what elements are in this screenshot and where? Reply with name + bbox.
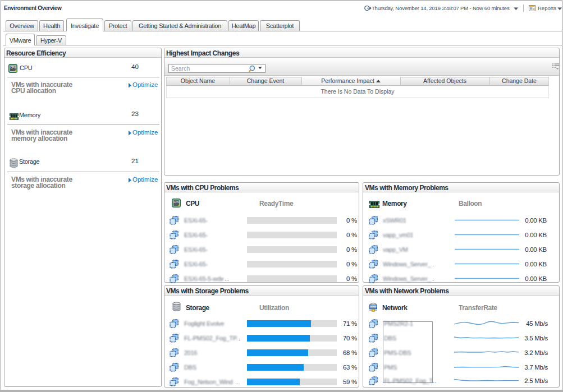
svg-text:CPU: CPU bbox=[11, 66, 16, 69]
svg-text:CPU: CPU bbox=[174, 201, 180, 204]
